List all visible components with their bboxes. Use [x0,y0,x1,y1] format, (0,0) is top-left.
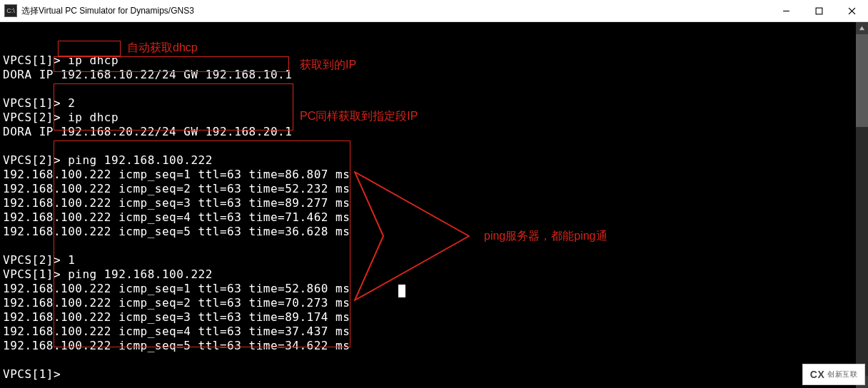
anno-box-cmd1 [58,41,121,56]
anno-box-block2 [54,83,293,131]
window-title: 选择Virtual PC Simulator for Dynamips/GNS3 [21,5,194,17]
anno-arrow-icon [351,168,480,304]
anno-box-ip1 [54,56,289,72]
app-window: C:\ 选择Virtual PC Simulator for Dynamips/… [0,0,868,388]
minimize-button[interactable] [769,0,802,21]
title-bar[interactable]: C:\ 选择Virtual PC Simulator for Dynamips/… [0,0,868,22]
text-cursor [398,285,405,297]
anno-text-4: ping服务器，都能ping通 [484,229,607,243]
maximize-button[interactable] [802,0,835,21]
anno-text-2: 获取到的IP [300,58,356,72]
scrollbar[interactable] [856,22,868,388]
terminal-area[interactable]: VPCS[1]> ip dhcp DORA IP 192.168.10.22/2… [0,22,868,388]
scroll-up-button[interactable] [856,22,868,34]
anno-box-block3 [54,141,350,347]
anno-text-1: 自动获取dhcp [127,41,198,55]
window-controls [769,0,868,21]
cmd-icon: C:\ [4,4,17,17]
close-button[interactable] [835,0,868,21]
anno-text-3: PC同样获取到指定段IP [300,109,418,123]
watermark-text: 创新互联 [827,367,857,382]
watermark-logo: CX创新互联 [802,364,865,385]
scroll-thumb[interactable] [856,34,868,127]
svg-rect-1 [816,8,822,14]
